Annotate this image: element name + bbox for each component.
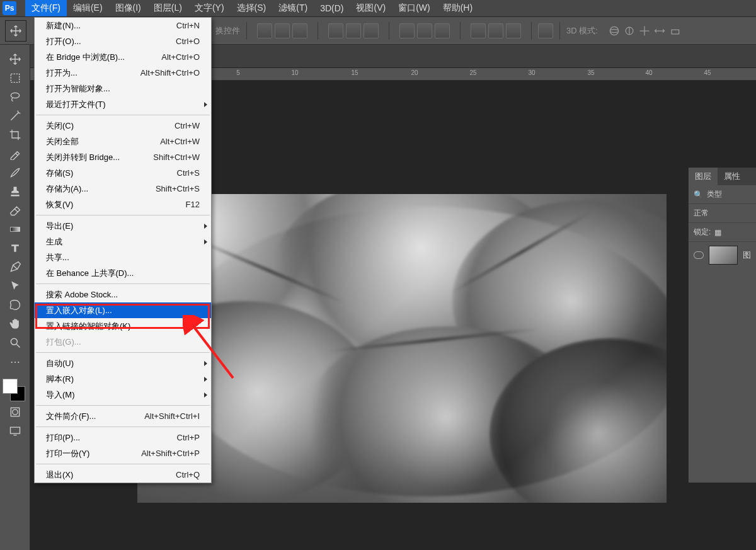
ruler-tick: 5 bbox=[236, 69, 240, 76]
menu-item[interactable]: 共享... bbox=[35, 249, 211, 265]
type-tool[interactable] bbox=[0, 239, 30, 258]
foreground-color[interactable] bbox=[3, 379, 18, 394]
distribute-btn[interactable] bbox=[506, 23, 521, 38]
menu-item[interactable]: 导入(M) bbox=[35, 387, 211, 403]
distribute-btn[interactable] bbox=[471, 23, 486, 38]
visibility-toggle[interactable] bbox=[694, 251, 704, 259]
menu-select[interactable]: 选择(S) bbox=[231, 0, 273, 16]
menu-item[interactable]: 搜索 Adobe Stock... bbox=[35, 287, 211, 302]
menu-item[interactable]: 在 Bridge 中浏览(B)...Alt+Ctrl+O bbox=[35, 49, 211, 65]
menu-edit[interactable]: 编辑(E) bbox=[67, 0, 109, 16]
move-tool[interactable] bbox=[0, 50, 30, 69]
ruler-tick: 45 bbox=[704, 69, 711, 76]
menu-item[interactable]: 新建(N)...Ctrl+N bbox=[35, 18, 211, 33]
align-btn[interactable] bbox=[346, 23, 361, 38]
gradient-icon bbox=[9, 223, 21, 236]
menu-separator bbox=[36, 215, 210, 215]
hand-tool[interactable] bbox=[0, 314, 30, 333]
menu-type[interactable]: 文字(Y) bbox=[188, 0, 231, 16]
zoom-tool[interactable] bbox=[0, 333, 30, 352]
filter-type-row[interactable]: 🔍 类型 bbox=[689, 185, 756, 204]
menu-view[interactable]: 视图(V) bbox=[350, 0, 392, 16]
align-group-2 bbox=[324, 23, 382, 38]
align-btn[interactable] bbox=[364, 23, 379, 38]
lock-row[interactable]: 锁定: ▦ bbox=[689, 223, 756, 242]
menu-item-label: 打印(P)... bbox=[46, 432, 177, 444]
color-swatches[interactable] bbox=[0, 377, 30, 403]
brush-tool[interactable] bbox=[0, 163, 30, 182]
menu-item[interactable]: 打印一份(Y)Alt+Shift+Ctrl+P bbox=[35, 445, 211, 461]
menu-item[interactable]: 脚本(R) bbox=[35, 371, 211, 387]
distribute-btn[interactable] bbox=[417, 23, 432, 38]
menu-item[interactable]: 关闭全部Alt+Ctrl+W bbox=[35, 134, 211, 149]
layer-name[interactable]: 图 bbox=[743, 249, 751, 261]
menu-item[interactable]: 最近打开文件(T) bbox=[35, 96, 211, 112]
distribute-btn[interactable] bbox=[399, 23, 415, 38]
menu-item[interactable]: 存储为(A)...Shift+Ctrl+S bbox=[35, 181, 211, 197]
menu-item[interactable]: 打开为智能对象... bbox=[35, 81, 211, 96]
slide-3d-icon[interactable] bbox=[653, 25, 666, 37]
menu-window[interactable]: 窗口(W) bbox=[392, 0, 437, 16]
panel-tabs: 图层 属性 bbox=[689, 168, 756, 185]
lock-pixels-icon[interactable]: ▦ bbox=[714, 228, 721, 237]
align-btn[interactable] bbox=[292, 23, 307, 38]
3d-mode-group bbox=[604, 25, 685, 37]
crop-tool[interactable] bbox=[0, 125, 30, 144]
menu-3d[interactable]: 3D(D) bbox=[314, 1, 350, 16]
menu-layer[interactable]: 图层(L) bbox=[147, 0, 188, 16]
move-icon bbox=[9, 25, 22, 37]
menu-item[interactable]: 打印(P)...Ctrl+P bbox=[35, 430, 211, 445]
align-btn[interactable] bbox=[257, 23, 272, 38]
menu-item[interactable]: 置入嵌入对象(L)... bbox=[35, 302, 211, 318]
scale-3d-icon[interactable] bbox=[668, 25, 681, 37]
pan-3d-icon[interactable] bbox=[638, 25, 651, 37]
menu-item-label: 在 Bridge 中浏览(B)... bbox=[46, 52, 161, 63]
document-canvas[interactable] bbox=[137, 194, 667, 503]
active-tool-indicator[interactable] bbox=[5, 20, 26, 42]
menu-item[interactable]: 打开(O)...Ctrl+O bbox=[35, 33, 211, 49]
menu-item[interactable]: 打开为...Alt+Shift+Ctrl+O bbox=[35, 65, 211, 81]
align-btn[interactable] bbox=[328, 23, 343, 38]
menu-item[interactable]: 关闭(C)Ctrl+W bbox=[35, 118, 211, 134]
layer-row[interactable]: 图 bbox=[689, 242, 756, 268]
menu-item[interactable]: 自动(U) bbox=[35, 355, 211, 371]
eraser-tool[interactable] bbox=[0, 201, 30, 220]
gradient-tool[interactable] bbox=[0, 220, 30, 239]
menu-image[interactable]: 图像(I) bbox=[109, 0, 147, 16]
distribute-btn[interactable] bbox=[488, 23, 503, 38]
edit-toolbar[interactable]: ⋯ bbox=[0, 352, 30, 371]
crop-icon bbox=[9, 129, 21, 141]
menu-item[interactable]: 导出(E) bbox=[35, 218, 211, 234]
marquee-tool[interactable] bbox=[0, 69, 30, 88]
pen-tool[interactable] bbox=[0, 258, 30, 277]
more-align-btn[interactable] bbox=[538, 23, 553, 38]
path-select-tool[interactable] bbox=[0, 277, 30, 295]
orbit-3d-icon[interactable] bbox=[608, 25, 621, 37]
align-btn[interactable] bbox=[275, 23, 290, 38]
stamp-tool[interactable] bbox=[0, 182, 30, 201]
menu-filter[interactable]: 滤镜(T) bbox=[272, 0, 314, 16]
menu-item[interactable]: 关闭并转到 Bridge...Shift+Ctrl+W bbox=[35, 149, 211, 165]
menu-item[interactable]: 文件简介(F)...Alt+Shift+Ctrl+I bbox=[35, 408, 211, 424]
file-menu-dropdown: 新建(N)...Ctrl+N打开(O)...Ctrl+O在 Bridge 中浏览… bbox=[34, 17, 212, 483]
screen-mode-tool[interactable] bbox=[0, 421, 30, 440]
roll-3d-icon[interactable] bbox=[623, 25, 636, 37]
tab-properties[interactable]: 属性 bbox=[718, 168, 747, 185]
quick-select-tool[interactable] bbox=[0, 106, 30, 125]
tab-layers[interactable]: 图层 bbox=[689, 168, 718, 185]
eyedropper-tool[interactable] bbox=[0, 144, 30, 163]
blend-mode-row[interactable]: 正常 bbox=[689, 204, 756, 223]
menu-file[interactable]: 文件(F) bbox=[25, 0, 67, 16]
menu-item[interactable]: 退出(X)Ctrl+Q bbox=[35, 467, 211, 483]
menu-item[interactable]: 生成 bbox=[35, 234, 211, 249]
menu-item[interactable]: 存储(S)Ctrl+S bbox=[35, 165, 211, 181]
distribute-btn[interactable] bbox=[435, 23, 450, 38]
lasso-tool[interactable] bbox=[0, 88, 30, 106]
layer-thumbnail[interactable] bbox=[709, 246, 738, 265]
quick-mask-tool[interactable] bbox=[0, 403, 30, 421]
menu-item[interactable]: 在 Behance 上共享(D)... bbox=[35, 265, 211, 281]
menu-item[interactable]: 置入链接的智能对象(K)... bbox=[35, 318, 211, 334]
shape-tool[interactable] bbox=[0, 295, 30, 314]
menu-help[interactable]: 帮助(H) bbox=[437, 0, 479, 16]
menu-item[interactable]: 恢复(V)F12 bbox=[35, 197, 211, 212]
